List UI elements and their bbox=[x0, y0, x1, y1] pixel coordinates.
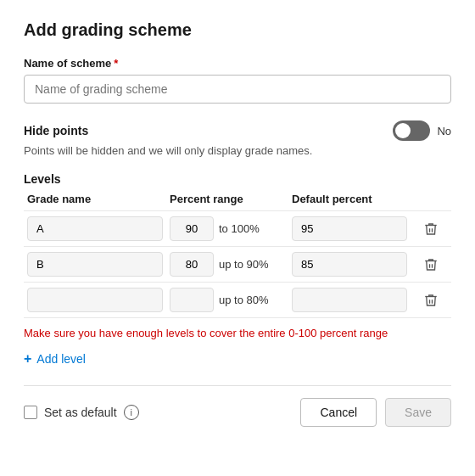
add-level-label: Add level bbox=[36, 352, 86, 366]
col-grade-name: Grade name bbox=[27, 193, 163, 205]
delete-level-button-3[interactable] bbox=[414, 289, 448, 311]
info-icon[interactable]: i bbox=[124, 405, 139, 420]
col-actions bbox=[414, 193, 448, 205]
levels-section-title: Levels bbox=[24, 172, 451, 186]
hide-points-status: No bbox=[437, 125, 451, 137]
range-to-text-1: to 100% bbox=[219, 222, 260, 235]
footer-row: Set as default i Cancel Save bbox=[24, 398, 451, 427]
range-from-input-3[interactable] bbox=[170, 288, 214, 312]
percent-range-cell-2: up to 90% bbox=[170, 252, 285, 277]
delete-level-button-2[interactable] bbox=[414, 254, 448, 276]
add-level-button[interactable]: + Add level bbox=[24, 344, 86, 373]
levels-section: Levels Grade name Percent range Default … bbox=[24, 172, 451, 318]
footer-right: Cancel Save bbox=[300, 398, 451, 427]
name-of-scheme-field: Name of scheme* bbox=[24, 57, 451, 104]
range-from-input-2[interactable] bbox=[170, 252, 214, 277]
save-button[interactable]: Save bbox=[385, 398, 451, 427]
hide-points-description: Points will be hidden and we will only d… bbox=[24, 144, 451, 157]
level-row: up to 90% bbox=[24, 246, 451, 282]
toggle-knob bbox=[395, 123, 411, 138]
default-percent-input-2[interactable] bbox=[292, 252, 407, 277]
grade-name-input-3[interactable] bbox=[27, 288, 163, 312]
grade-name-input-2[interactable] bbox=[27, 252, 163, 277]
col-percent-range: Percent range bbox=[170, 193, 285, 205]
hide-points-toggle[interactable] bbox=[393, 120, 430, 141]
scheme-name-input[interactable] bbox=[24, 75, 451, 104]
levels-header: Grade name Percent range Default percent bbox=[24, 193, 451, 205]
percent-range-cell-3: up to 80% bbox=[170, 288, 285, 312]
level-row: to 100% bbox=[24, 210, 451, 246]
cancel-button[interactable]: Cancel bbox=[300, 398, 377, 427]
plus-icon: + bbox=[24, 351, 31, 367]
set-as-default-label: Set as default bbox=[44, 406, 117, 419]
level-row: up to 80% bbox=[24, 282, 451, 318]
default-percent-input-3[interactable] bbox=[292, 288, 407, 312]
hide-points-row: Hide points No bbox=[24, 120, 451, 141]
default-percent-input-1[interactable] bbox=[292, 216, 407, 241]
footer-divider bbox=[24, 385, 451, 386]
range-to-text-2: up to 90% bbox=[219, 258, 269, 271]
set-as-default-checkbox[interactable] bbox=[24, 406, 37, 419]
hide-points-label: Hide points bbox=[24, 124, 88, 137]
delete-level-button-1[interactable] bbox=[414, 218, 448, 240]
error-message: Make sure you have enough levels to cove… bbox=[24, 327, 451, 339]
range-to-text-3: up to 80% bbox=[219, 294, 269, 306]
hide-points-toggle-area: No bbox=[393, 120, 451, 141]
range-from-input-1[interactable] bbox=[170, 216, 214, 241]
grade-name-input-1[interactable] bbox=[27, 216, 163, 241]
footer-left: Set as default i bbox=[24, 405, 139, 420]
page-title: Add grading scheme bbox=[24, 20, 451, 40]
required-indicator: * bbox=[114, 57, 118, 70]
percent-range-cell-1: to 100% bbox=[170, 216, 285, 241]
col-default-percent: Default percent bbox=[292, 193, 407, 205]
name-of-scheme-label: Name of scheme* bbox=[24, 57, 451, 70]
